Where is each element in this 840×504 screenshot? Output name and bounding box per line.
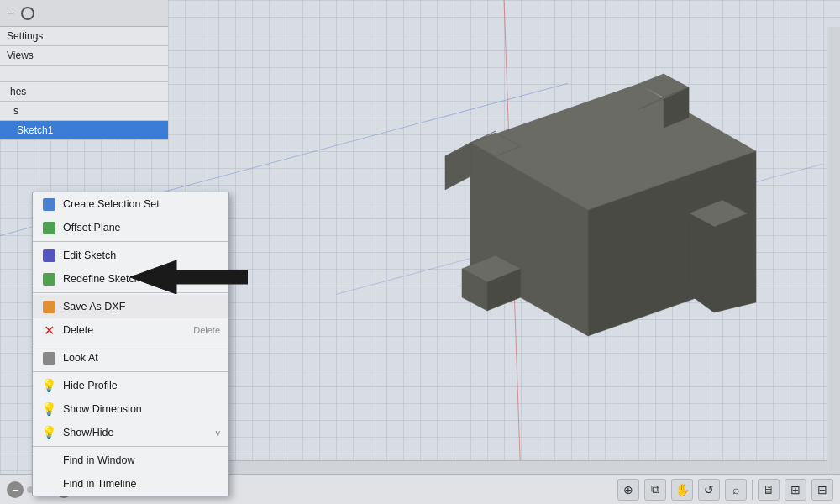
menu-show-hide[interactable]: 💡 Show/Hide v (33, 421, 228, 444)
monitor-button[interactable]: 🖥 (758, 479, 780, 501)
scrollbar-vertical[interactable] (827, 27, 840, 474)
rotate-tool-button[interactable]: ↺ (698, 479, 720, 501)
top-bar: − (0, 0, 168, 27)
menu-edit-sketch[interactable]: Edit Sketch (33, 244, 228, 267)
sidebar-s[interactable]: s (0, 102, 168, 121)
create-selection-set-icon (41, 197, 56, 212)
move-icon: ⊕ (623, 483, 633, 496)
redefine-sketch-plane-icon (41, 271, 56, 286)
grid-icon: ⊞ (790, 483, 801, 496)
rotate-icon: ↺ (704, 483, 714, 496)
copy-icon: ⧉ (651, 482, 659, 496)
menu-separator-2 (33, 292, 228, 293)
zoom-tool-button[interactable]: ⌕ (725, 479, 747, 501)
views-label[interactable]: Views (0, 46, 168, 66)
menu-delete[interactable]: ✕ Delete Delete (33, 318, 228, 342)
panel-items: Settings Views hes s Sketch1 (0, 27, 168, 140)
svg-marker-11 (689, 213, 714, 297)
menu-look-at[interactable]: Look At (33, 346, 228, 370)
menu-separator-3 (33, 344, 228, 344)
delete-icon: ✕ (41, 323, 56, 338)
zoom-out-button[interactable]: − (7, 481, 24, 498)
view-toggle-button[interactable]: ⊟ (811, 479, 833, 501)
monitor-icon: 🖥 (763, 483, 774, 496)
sidebar-sketch1[interactable]: Sketch1 (0, 121, 168, 140)
hand-icon: ✋ (675, 483, 690, 496)
toolbar-divider (752, 480, 753, 500)
menu-show-dimension[interactable]: 💡 Show Dimension (33, 397, 228, 421)
settings-label[interactable]: Settings (0, 27, 168, 46)
move-tool-button[interactable]: ⊕ (617, 479, 639, 501)
sidebar-hes[interactable]: hes (0, 82, 168, 102)
view-icon: ⊟ (817, 483, 827, 496)
save-as-dxf-icon (41, 299, 56, 314)
menu-hide-profile[interactable]: 💡 Hide Profile (33, 374, 228, 397)
pan-tool-button[interactable]: ✋ (671, 479, 693, 501)
offset-plane-icon (41, 220, 56, 235)
toolbar-right: ⊕ ⧉ ✋ ↺ ⌕ 🖥 ⊞ ⊟ (617, 479, 833, 501)
show-dimension-icon: 💡 (41, 402, 56, 417)
edit-sketch-icon (41, 248, 56, 263)
hide-profile-icon: 💡 (41, 378, 56, 393)
menu-create-selection-set[interactable]: Create Selection Set (33, 192, 228, 216)
zoom-icon: ⌕ (732, 483, 739, 496)
menu-separator-4 (33, 371, 228, 372)
label-empty (0, 66, 168, 82)
menu-offset-plane[interactable]: Offset Plane (33, 216, 228, 239)
find-in-window-icon (41, 453, 56, 468)
menu-find-in-window[interactable]: Find in Window (33, 449, 228, 472)
menu-separator-5 (33, 446, 228, 447)
menu-separator-1 (33, 241, 228, 242)
3d-shape (319, 42, 790, 378)
context-menu: Create Selection Set Offset Plane Edit S… (32, 192, 229, 496)
grid-button[interactable]: ⊞ (785, 479, 806, 501)
find-in-timeline-icon (41, 476, 56, 491)
menu-save-as-dxf[interactable]: Save As DXF (33, 295, 228, 318)
show-hide-icon: 💡 (41, 425, 56, 440)
menu-find-in-timeline[interactable]: Find in Timeline (33, 472, 228, 496)
look-at-icon (41, 350, 56, 365)
minus-icon: − (7, 6, 14, 21)
menu-redefine-sketch-plane[interactable]: Redefine Sketch Plane (33, 267, 228, 291)
circle-icon (21, 7, 34, 20)
copy-tool-button[interactable]: ⧉ (644, 479, 666, 501)
